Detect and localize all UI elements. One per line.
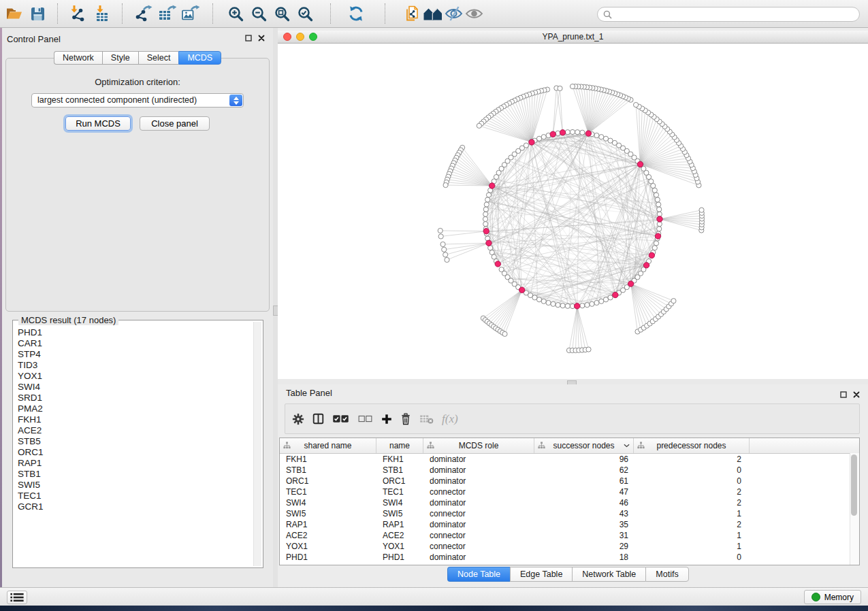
column-header-successor-nodes[interactable]: successor nodes [534, 438, 634, 453]
mcds-result-item[interactable]: CAR1 [14, 338, 252, 349]
import-network-button[interactable] [66, 2, 89, 25]
network-view-titlebar[interactable]: YPA_prune.txt_1 [278, 31, 868, 44]
select-all-columns-button[interactable] [331, 412, 351, 425]
table-row[interactable]: TEC1TEC1connector472 [280, 486, 859, 497]
zoom-fit-button[interactable] [270, 2, 293, 25]
run-mcds-button[interactable]: Run MCDS [65, 116, 131, 131]
function-builder-button[interactable]: f(x) [440, 411, 460, 427]
hide-panels-button[interactable] [443, 2, 464, 25]
tab-style[interactable]: Style [102, 51, 138, 65]
mcds-result-item[interactable]: TID3 [14, 360, 252, 371]
tab-network-table[interactable]: Network Table [572, 567, 645, 582]
export-network-button[interactable] [132, 2, 155, 25]
table-row[interactable]: YOX1YOX1connector291 [280, 541, 859, 552]
export-image-button[interactable] [178, 2, 202, 25]
column-header-shared-name[interactable]: shared name [280, 438, 376, 453]
column-header-predecessor-nodes[interactable]: predecessor nodes [634, 438, 750, 453]
zoom-in-button[interactable] [224, 2, 247, 25]
maximize-window-icon[interactable] [309, 33, 317, 41]
close-panel-icon[interactable] [853, 391, 860, 398]
tab-motifs[interactable]: Motifs [645, 567, 688, 582]
mcds-result-item[interactable]: YOX1 [14, 371, 252, 382]
add-column-button[interactable] [380, 412, 393, 426]
mcds-result-item[interactable]: SWI4 [14, 382, 252, 393]
node-table-body[interactable]: FKH1FKH1dominator962STB1STB1dominator620… [280, 454, 859, 563]
table-cell: dominator [423, 476, 534, 486]
table-cell: ORC1 [376, 476, 423, 486]
table-cell: 29 [534, 541, 634, 552]
minimize-window-icon[interactable] [296, 33, 304, 41]
zoom-out-button[interactable] [247, 2, 270, 25]
mcds-result-item[interactable]: ACE2 [14, 425, 252, 436]
close-panel-icon[interactable] [258, 35, 265, 42]
columns-icon [312, 413, 324, 425]
float-panel-icon[interactable] [840, 391, 847, 398]
save-session-button[interactable] [26, 2, 49, 25]
export-table-button[interactable] [155, 2, 178, 25]
mcds-result-item[interactable]: GCR1 [14, 501, 252, 512]
table-settings-button[interactable] [291, 412, 306, 427]
tab-node-table[interactable]: Node Table [447, 567, 510, 582]
mcds-result-item[interactable]: STB5 [14, 436, 252, 447]
mcds-result-scrollbar[interactable] [253, 322, 261, 566]
column-header-MCDS-role[interactable]: MCDS role [423, 438, 534, 453]
import-table-button[interactable] [89, 2, 112, 25]
network-canvas[interactable] [278, 44, 868, 379]
optimization-criterion-dropdown[interactable]: largest connected component (undirected) [31, 93, 244, 108]
search-input[interactable] [615, 7, 859, 21]
mcds-result-list[interactable]: PHD1CAR1STP4TID3YOX1SWI4SRD1PMA2FKH1ACE2… [14, 327, 252, 566]
table-row[interactable]: PHD1PHD1dominator180 [280, 552, 859, 563]
horizontal-splitter[interactable] [278, 379, 868, 384]
mcds-result-item[interactable]: SRD1 [14, 393, 252, 403]
window-traffic-lights[interactable] [283, 33, 317, 41]
fx-icon: f(x) [442, 412, 458, 426]
clone-network-button[interactable] [402, 2, 423, 25]
apply-layout-button[interactable] [344, 2, 368, 25]
show-columns-button[interactable] [311, 412, 325, 426]
delete-table-icon [419, 414, 434, 424]
network-overview-button[interactable] [423, 2, 443, 25]
close-window-icon[interactable] [283, 33, 291, 41]
mcds-result-item[interactable]: TEC1 [14, 491, 252, 501]
node-table[interactable]: shared namenameMCDS rolesuccessor nodesp… [279, 437, 860, 565]
mcds-result-item[interactable]: STP4 [14, 349, 252, 360]
mcds-result-item[interactable]: FKH1 [14, 414, 252, 425]
zoom-selected-button[interactable] [293, 2, 317, 25]
table-row[interactable]: RAP1RAP1dominator352 [280, 519, 859, 530]
table-row[interactable]: FKH1FKH1dominator962 [280, 454, 859, 465]
show-panels-button[interactable] [464, 2, 484, 25]
save-icon [30, 6, 46, 22]
float-panel-icon[interactable] [245, 35, 252, 42]
table-scrollbar[interactable] [850, 453, 859, 565]
mcds-result-item[interactable]: PMA2 [14, 403, 252, 414]
mcds-result-item[interactable]: RAP1 [14, 458, 252, 469]
close-panel-button[interactable]: Close panel [140, 116, 210, 131]
open-session-button[interactable] [3, 2, 26, 25]
tab-network[interactable]: Network [54, 51, 102, 65]
mcds-result-item[interactable]: STB1 [14, 469, 252, 480]
mcds-result-item[interactable]: SWI5 [14, 480, 252, 491]
table-row[interactable]: ORC1ORC1dominator610 [280, 476, 859, 486]
node-table-header[interactable]: shared namenameMCDS rolesuccessor nodesp… [280, 438, 859, 454]
search-box[interactable] [597, 7, 860, 22]
table-row[interactable]: ACE2ACE2connector311 [280, 530, 859, 541]
tab-edge-table[interactable]: Edge Table [510, 567, 572, 582]
table-scrollbar-thumb[interactable] [851, 455, 857, 516]
mcds-result-item[interactable]: ORC1 [14, 447, 252, 458]
table-row[interactable]: SWI5SWI5connector431 [280, 508, 859, 519]
table-row[interactable]: SWI4SWI4dominator462 [280, 497, 859, 508]
table-cell: FKH1 [280, 454, 376, 465]
task-history-button[interactable] [7, 591, 27, 604]
table-row[interactable]: STB1STB1dominator620 [280, 465, 859, 476]
tab-mcds[interactable]: MCDS [178, 51, 221, 65]
column-header-name[interactable]: name [376, 438, 423, 453]
table-cell: TEC1 [376, 486, 423, 497]
delete-column-button[interactable] [399, 411, 413, 427]
vertical-splitter[interactable] [273, 28, 278, 587]
tab-select[interactable]: Select [138, 51, 179, 65]
mcds-result-item[interactable]: PHD1 [14, 327, 252, 338]
delete-table-button[interactable] [418, 413, 435, 425]
deselect-all-columns-button[interactable] [356, 413, 374, 425]
memory-button[interactable]: Memory [804, 590, 861, 604]
zoom-in-icon [227, 5, 244, 22]
